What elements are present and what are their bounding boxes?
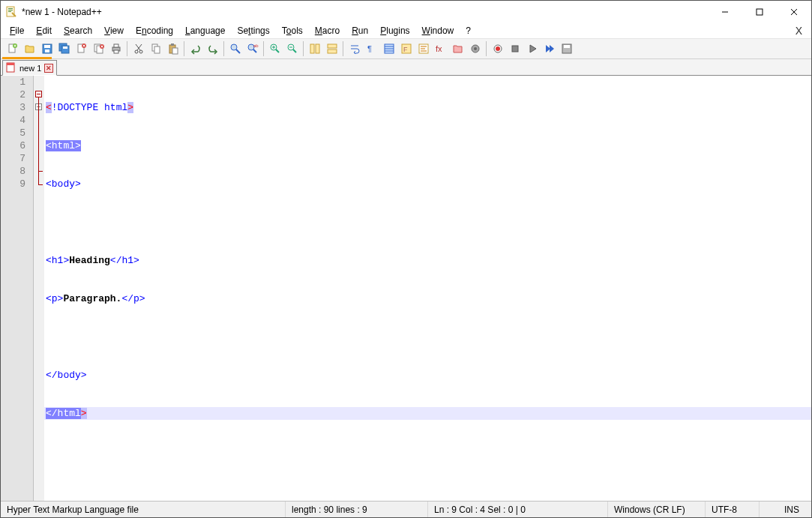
zoom-in-button[interactable] [266, 40, 283, 58]
monitor-button[interactable] [466, 40, 484, 58]
menu-file[interactable]: File [4, 24, 30, 37]
maximize-button[interactable] [742, 1, 777, 23]
svg-point-33 [139, 50, 142, 53]
svg-text:ab: ab [253, 43, 259, 48]
svg-text:F: F [403, 46, 408, 53]
close-file-button[interactable] [73, 40, 90, 58]
menu-language[interactable]: Language [179, 24, 231, 37]
close-all-button[interactable] [90, 40, 107, 58]
save-macro-button[interactable] [558, 40, 575, 58]
svg-rect-53 [328, 44, 337, 48]
close-document-button[interactable]: X [790, 25, 808, 37]
menu-help[interactable]: ? [460, 24, 477, 37]
doc-map-button[interactable] [415, 40, 432, 58]
paste-button[interactable] [164, 40, 181, 58]
find-button[interactable] [226, 40, 244, 58]
cut-button[interactable] [130, 40, 147, 58]
close-button[interactable] [777, 1, 811, 23]
copy-button[interactable] [147, 40, 164, 58]
svg-rect-75 [7, 63, 14, 65]
play-macro-button[interactable] [523, 40, 541, 58]
zoom-out-button[interactable] [283, 40, 301, 58]
title-bar: *new 1 - Notepad++ [1, 1, 811, 23]
code-line: <html> [44, 139, 811, 152]
svg-rect-3 [8, 11, 11, 12]
wordwrap-button[interactable] [346, 40, 363, 58]
line-number: 2 [1, 88, 33, 101]
menu-macro[interactable]: Macro [309, 24, 346, 37]
svg-line-42 [253, 49, 256, 52]
tab-close-button[interactable]: ✕ [44, 64, 53, 73]
tab-bar: new 1 ✕ [1, 59, 811, 76]
svg-rect-2 [8, 10, 13, 10]
editor: 1 2 3 4 5 6 7 8 9 <!DOCTYPE html> <html>… [1, 76, 811, 501]
redo-button[interactable] [204, 40, 221, 58]
new-file-button[interactable] [4, 40, 21, 58]
fold-column[interactable] [34, 76, 44, 501]
save-button[interactable] [38, 40, 55, 58]
folder-workspace-button[interactable] [449, 40, 466, 58]
svg-rect-73 [564, 45, 570, 48]
undo-button[interactable] [187, 40, 204, 58]
line-number-gutter[interactable]: 1 2 3 4 5 6 7 8 9 [1, 76, 34, 501]
print-button[interactable] [107, 40, 124, 58]
menu-encoding[interactable]: Encoding [130, 24, 179, 37]
line-number: 4 [1, 114, 33, 127]
func-list-button[interactable]: fx [432, 40, 449, 58]
app-window: *new 1 - Notepad++ File Edit Search View… [0, 0, 812, 518]
svg-line-45 [276, 49, 279, 52]
line-number: 9 [1, 178, 33, 190]
lang-button[interactable]: F [397, 40, 415, 58]
save-all-button[interactable] [55, 40, 73, 58]
svg-rect-5 [757, 9, 763, 15]
menu-settings[interactable]: Settings [231, 24, 275, 37]
status-eol[interactable]: Windows (CR LF) [608, 502, 706, 517]
fold-toggle-icon[interactable] [35, 91, 42, 97]
status-encoding[interactable]: UTF-8 [706, 502, 760, 517]
svg-point-70 [496, 46, 500, 51]
svg-point-32 [135, 50, 138, 53]
menu-window[interactable]: Window [416, 24, 460, 37]
status-mode[interactable]: INS [760, 502, 811, 517]
svg-rect-17 [63, 46, 67, 49]
open-file-button[interactable] [21, 40, 38, 58]
fold-tee [38, 171, 43, 172]
menu-search[interactable]: Search [58, 24, 98, 37]
unsaved-file-icon [6, 62, 16, 74]
status-filetype: Hyper Text Markup Language file [1, 502, 286, 517]
line-number: 7 [1, 152, 33, 165]
all-chars-button[interactable]: ¶ [363, 40, 380, 58]
menu-edit[interactable]: Edit [30, 24, 58, 37]
play-multi-button[interactable] [541, 40, 558, 58]
code-line: <h1>Heading</h1> [44, 254, 811, 267]
line-number: 3 [1, 101, 33, 114]
code-area[interactable]: <!DOCTYPE html> <html> <body> <h1>Headin… [44, 76, 811, 501]
sync-v-button[interactable] [306, 40, 323, 58]
code-line [44, 331, 811, 343]
status-position: Ln : 9 Col : 4 Sel : 0 | 0 [428, 502, 608, 517]
svg-rect-52 [316, 44, 319, 53]
menu-plugins[interactable]: Plugins [374, 24, 415, 37]
record-macro-button[interactable] [489, 40, 506, 58]
stop-macro-button[interactable] [506, 40, 523, 58]
sync-h-button[interactable] [323, 40, 340, 58]
svg-line-40 [236, 49, 240, 53]
menu-tools[interactable]: Tools [276, 24, 309, 37]
svg-rect-29 [114, 50, 118, 53]
tab-new-1[interactable]: new 1 ✕ [2, 60, 57, 76]
indent-guide-button[interactable] [380, 40, 397, 58]
line-number: 5 [1, 127, 33, 139]
line-number: 1 [1, 76, 33, 88]
menu-view[interactable]: View [98, 24, 130, 37]
replace-button[interactable]: ab [244, 40, 261, 58]
line-number: 6 [1, 139, 33, 152]
svg-rect-35 [154, 46, 160, 53]
app-icon [5, 6, 17, 18]
code-line-current: </html> [44, 407, 811, 420]
svg-rect-54 [328, 49, 337, 53]
minimize-button[interactable] [708, 1, 742, 23]
svg-point-39 [231, 44, 237, 50]
svg-rect-38 [172, 48, 178, 54]
svg-rect-28 [114, 44, 118, 47]
menu-run[interactable]: Run [346, 24, 374, 37]
